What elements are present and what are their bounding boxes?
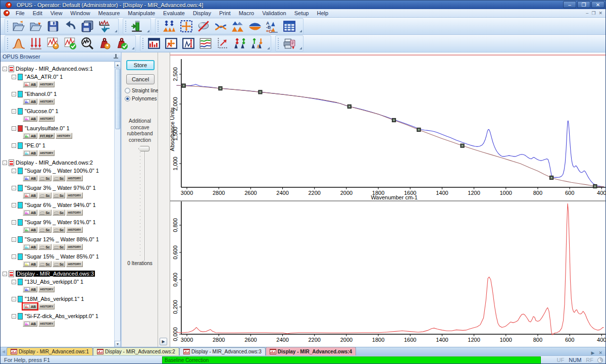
expand-toggle-icon[interactable]: -	[12, 92, 16, 96]
overlay-spectra-button[interactable]	[212, 19, 229, 34]
expand-toggle-icon[interactable]: -	[3, 272, 7, 276]
ab-badge[interactable]: AB	[23, 286, 37, 292]
ab-badge[interactable]: AB	[23, 175, 37, 181]
tree-group-row[interactable]: -Display - MIR_Advanced.ows:3	[3, 270, 115, 278]
menu-manipulate[interactable]: Manipulate	[124, 10, 159, 17]
peak-mark-button[interactable]	[27, 36, 44, 51]
history-badge[interactable]: HISTORY	[56, 133, 72, 139]
tab-nav-right-icon[interactable]: ▶	[591, 350, 595, 355]
tab-display-ows-2[interactable]: Display - MIR_Advanced.ows:2	[93, 347, 179, 355]
slider-track[interactable]	[144, 150, 145, 261]
calibrate-weight-button[interactable]	[96, 36, 113, 51]
sc-badge[interactable]: Sc	[53, 227, 66, 233]
stack-spectra-button[interactable]	[229, 19, 246, 34]
validate-weight-button[interactable]	[113, 36, 130, 51]
history-badge[interactable]: HISTORY	[38, 286, 55, 292]
ab-badge[interactable]: AB	[23, 210, 37, 216]
menu-file[interactable]: File	[12, 10, 29, 17]
expand-toggle-icon[interactable]: -	[12, 237, 16, 242]
expand-toggle-icon[interactable]: -	[3, 161, 7, 165]
menu-view[interactable]: View	[46, 10, 67, 17]
split-spectra-button[interactable]	[246, 19, 264, 34]
expand-toggle-icon[interactable]: -	[12, 297, 16, 301]
strip-scroll-right-icon[interactable]: ▶	[160, 338, 167, 345]
expand-toggle-icon[interactable]: -	[12, 203, 16, 207]
tree-group-label[interactable]: Display - MIR_Advanced.ows:3	[16, 271, 95, 277]
menu-macro[interactable]: Macro	[235, 10, 259, 17]
store-button[interactable]: Store	[126, 60, 155, 70]
spectrum-label[interactable]: "Ethanol.0" 1	[25, 91, 57, 97]
subtract-ab-button[interactable]	[264, 19, 281, 34]
sc-badge[interactable]: Sc	[38, 192, 52, 198]
scale-chart-button[interactable]	[180, 36, 197, 51]
spectrum-label[interactable]: "Glucose.0" 1	[25, 108, 59, 114]
scale-y-button[interactable]	[161, 19, 178, 34]
sc-badge[interactable]: Sc	[38, 175, 52, 181]
ab-badge[interactable]: AB	[23, 244, 37, 250]
scroll-up-icon[interactable]: ▲	[115, 62, 121, 68]
tree-vertical-scrollbar[interactable]: ▲ ▼	[114, 62, 120, 347]
measurement-tube-button[interactable]	[128, 19, 145, 34]
hide-spectrum-button[interactable]	[195, 19, 212, 34]
ab-badge[interactable]: AB	[23, 150, 37, 156]
top-chart[interactable]: 3000280026002400220020001800160014001200…	[170, 56, 606, 200]
tree-item-row[interactable]: -"Glucose.0" 1	[12, 107, 115, 115]
expand-toggle-icon[interactable]: -	[12, 220, 16, 225]
expand-toggle-icon[interactable]: -	[12, 169, 16, 173]
history-badge[interactable]: HISTORY	[66, 192, 82, 198]
spectrum-label[interactable]: "Sugar 6% _ Water 94%.0" 1	[25, 202, 96, 208]
spectrum-label[interactable]: "Sugar 9% _ Water 91%.0" 1	[25, 219, 96, 225]
ab-badge[interactable]: AB	[23, 133, 37, 139]
tree-item-row[interactable]: -"18M_Abs_verkippt.1" 1	[12, 295, 115, 303]
ab-badge[interactable]: AB	[23, 227, 37, 233]
polynomes-radio[interactable]: Polynomes	[125, 96, 157, 101]
menu-evaluate[interactable]: Evaluate	[159, 10, 189, 17]
sc-badge[interactable]: Sc	[53, 210, 66, 216]
history-badge[interactable]: HISTORY	[38, 321, 55, 327]
multi-chart-button[interactable]	[197, 36, 214, 51]
menu-edit[interactable]: Edit	[29, 10, 46, 17]
check-chart-button[interactable]	[62, 36, 79, 51]
move-chart-button[interactable]	[163, 36, 180, 51]
tree-group-row[interactable]: -Display - MIR_Advanced.ows:1	[3, 65, 115, 73]
expand-toggle-icon[interactable]: -	[12, 280, 16, 284]
history-badge[interactable]: HISTORY	[66, 175, 82, 181]
iterations-slider[interactable]	[122, 144, 158, 264]
menu-display[interactable]: Display	[189, 10, 215, 17]
sc-badge[interactable]: Sc	[53, 192, 66, 198]
spectrum-label[interactable]: "Sugar 15% _ Water 85%.0" 1	[25, 253, 99, 259]
find-peaks-button[interactable]	[79, 36, 96, 51]
sc-badge[interactable]: Sc	[53, 244, 66, 250]
spectrum-label[interactable]: "Sugar 0% _ Water 100%.0" 1	[25, 168, 99, 174]
tree-group-row[interactable]: -Display - MIR_Advanced.ows:2	[3, 159, 115, 167]
tree-item-row[interactable]: -"Sugar 12% _ Water 88%.0" 1	[12, 235, 115, 243]
minimize-button[interactable]: –	[563, 1, 576, 8]
title-bar[interactable]: OPUS - Operator: Default (Administrator)…	[1, 1, 606, 9]
report-table-button[interactable]	[281, 19, 298, 34]
menu-setup[interactable]: Setup	[290, 10, 313, 17]
radio-icon[interactable]	[125, 96, 130, 101]
expand-toggle-icon[interactable]: -	[3, 67, 7, 71]
fitrep-badge[interactable]: FIT.REP	[38, 133, 55, 139]
tree-item-row[interactable]: -"ASA_ATR.0" 1	[12, 73, 115, 81]
tree-item-row[interactable]: -"Sugar 6% _ Water 94%.0" 1	[12, 201, 115, 209]
slider-handle[interactable]	[138, 146, 149, 151]
menu-print[interactable]: Print	[215, 10, 235, 17]
expand-toggle-icon[interactable]: -	[12, 109, 16, 114]
ab-badge[interactable]: AB	[23, 81, 37, 87]
spectrum-label[interactable]: "Si-FZ-dick_Abs_verkippt.0" 1	[25, 313, 98, 319]
sc-badge[interactable]: Sc	[53, 261, 66, 267]
menu-help[interactable]: Help	[313, 10, 332, 17]
pin-icon[interactable]	[114, 54, 118, 60]
ab-badge[interactable]: AB	[23, 321, 37, 327]
tab-display-ows-1[interactable]: Display - MIR_Advanced.ows:1	[7, 347, 93, 355]
tab-nav-left-icon[interactable]: ◀	[1, 348, 7, 355]
edit-chart-button[interactable]	[44, 36, 62, 51]
export-spectrum-button[interactable]	[96, 19, 113, 34]
menu-validation[interactable]: Validation	[258, 10, 290, 17]
expand-toggle-icon[interactable]: -	[12, 75, 16, 79]
close-button[interactable]: ✕	[591, 1, 604, 8]
straight-lines-radio[interactable]: Straight lines	[125, 88, 161, 93]
sc-badge[interactable]: Sc	[53, 175, 66, 181]
zoom-frame-button[interactable]	[178, 19, 195, 34]
